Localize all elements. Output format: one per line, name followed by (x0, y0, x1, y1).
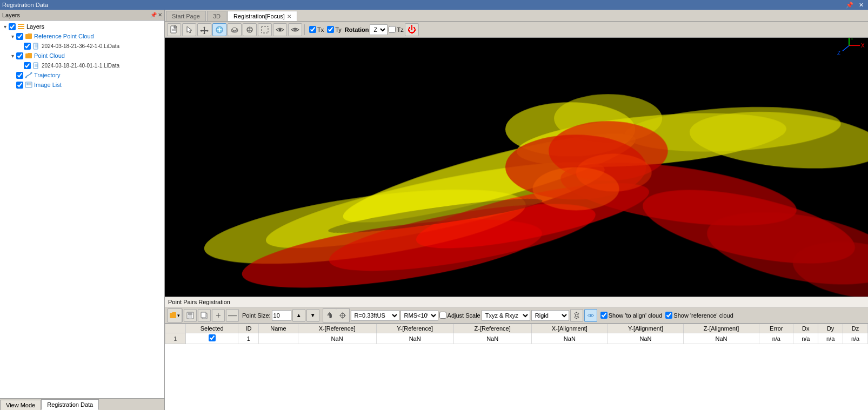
rms-select[interactable]: R=0.33ftUS (351, 310, 399, 321)
tab-start-page[interactable]: Start Page (166, 11, 206, 21)
expand-ref-cloud[interactable]: ▾ (9, 33, 16, 39)
col-dy[interactable]: Dy (818, 324, 843, 333)
point-size-label: Point Size: (242, 312, 271, 319)
col-z-align[interactable]: Z-[Alignment] (683, 324, 759, 333)
col-x-ref[interactable]: X-[Reference] (298, 324, 376, 333)
expand-layers[interactable]: ▾ (1, 24, 9, 30)
point-pairs-title: Point Pairs Registration (165, 297, 868, 307)
checkbox-point-cloud[interactable] (16, 52, 23, 59)
layers-tree: ▾ Layers ▾ (0, 21, 164, 398)
ref-cloud-label: Reference Point Cloud (34, 33, 94, 39)
hand-tool-button[interactable] (323, 309, 336, 322)
svg-point-12 (31, 72, 32, 74)
tree-item-point-cloud[interactable]: ▾ Point Cloud (0, 51, 164, 61)
col-id[interactable]: ID (238, 324, 259, 333)
col-dx[interactable]: Dx (793, 324, 818, 333)
col-name[interactable]: Name (259, 324, 298, 333)
eye-button[interactable] (273, 23, 287, 36)
cursor-button[interactable] (182, 23, 196, 36)
col-z-ref[interactable]: Z-[Reference] (453, 324, 531, 333)
col-selected[interactable]: Selected (185, 324, 238, 333)
tz-checkbox[interactable] (389, 26, 396, 33)
cell-dx-1: n/a (793, 333, 818, 344)
col-x-align[interactable]: X-[Alignment] (531, 324, 608, 333)
show-ref-cloud-checkbox[interactable] (665, 312, 672, 319)
ty-checkbox[interactable] (327, 26, 334, 33)
reg-copy-button[interactable] (198, 309, 211, 322)
svg-rect-3 (34, 43, 38, 49)
new-button[interactable] (167, 23, 181, 36)
col-error[interactable]: Error (759, 324, 793, 333)
add-point-button[interactable] (212, 23, 226, 36)
point-size-input[interactable] (272, 310, 291, 321)
adjust-scale-select[interactable]: Txyz & Rxyz (482, 310, 530, 321)
orbit-button[interactable] (243, 23, 257, 36)
settings-button[interactable] (570, 309, 583, 322)
move-button[interactable] (197, 23, 211, 36)
checkbox-layers[interactable] (9, 23, 16, 30)
pin-button[interactable]: 📌 (844, 1, 856, 9)
ref-lidata-label: 2024-03-18-21-36-42-1-0.LiData (42, 43, 119, 49)
reg-minus-button[interactable]: — (226, 309, 239, 322)
col-dz[interactable]: Dz (843, 324, 868, 333)
col-rownum (165, 324, 186, 333)
svg-rect-14 (26, 83, 29, 85)
cloud-button[interactable] (228, 23, 242, 36)
expand-point-cloud[interactable]: ▾ (9, 53, 16, 59)
reg-open-button[interactable]: ▾ (168, 309, 182, 322)
toolbar-separator-1 (304, 24, 305, 35)
checkbox-pc-lidata[interactable] (24, 62, 31, 69)
ps-down-button[interactable]: ▼ (306, 309, 319, 322)
cell-yref-1: NaN (376, 333, 453, 344)
svg-point-73 (590, 314, 592, 317)
tab-close-registration[interactable]: ✕ (287, 14, 291, 19)
close-panel-button[interactable]: ✕ (857, 1, 866, 9)
tree-item-pc-lidata[interactable]: 2024-03-18-21-40-01-1-1.LiData (0, 61, 164, 70)
rigid-select[interactable]: Rigid (531, 310, 569, 321)
power-button[interactable]: ⏻ (405, 23, 419, 36)
lidata-icon-2 (32, 61, 41, 70)
tab-registration[interactable]: Registration[Focus] ✕ (228, 11, 297, 21)
tab-3d[interactable]: 3D (207, 11, 226, 21)
tab-bar: Start Page 3D Registration[Focus] ✕ (165, 10, 868, 22)
cell-id-1: 1 (238, 333, 259, 344)
col-y-ref[interactable]: Y-[Reference] (376, 324, 453, 333)
reg-add-button[interactable]: + (212, 309, 225, 322)
svg-text:Y: Y (850, 38, 854, 41)
rms-threshold-select[interactable]: RMS<10% (400, 310, 438, 321)
tree-item-layers-root[interactable]: ▾ Layers (0, 22, 164, 31)
svg-rect-66 (189, 315, 192, 319)
table-row[interactable]: 1 1 NaN NaN NaN NaN NaN NaN n/a n/a n/a … (165, 333, 868, 344)
checkbox-trajectory[interactable] (16, 72, 23, 79)
panel-title: Registration Data (2, 2, 48, 8)
view-mode-tab[interactable]: View Mode (0, 400, 41, 410)
rotation-label: Rotation (345, 26, 369, 33)
cell-selected-1[interactable] (185, 333, 238, 344)
eye-x-button[interactable] (288, 23, 302, 36)
show-align-cloud-checkbox[interactable] (600, 312, 607, 319)
reg-save-button[interactable] (184, 309, 197, 322)
adjust-scale-checkbox[interactable] (439, 312, 446, 319)
layers-icon (17, 22, 25, 31)
layers-close-button[interactable]: ✕ (158, 12, 162, 18)
eye-reg-button[interactable] (584, 309, 597, 322)
tz-label: Tz (397, 26, 403, 33)
crosshair-button[interactable] (336, 309, 349, 322)
svg-point-72 (575, 314, 578, 317)
tree-item-ref-lidata[interactable]: 2024-03-18-21-36-42-1-0.LiData (0, 41, 164, 51)
tree-item-image-list[interactable]: Image List (0, 80, 164, 90)
layers-pin-button[interactable]: 📌 (150, 12, 157, 18)
tx-checkbox[interactable] (309, 26, 316, 33)
tree-item-trajectory[interactable]: Trajectory (0, 70, 164, 80)
select-button[interactable] (258, 23, 272, 36)
ps-up-button[interactable]: ▲ (292, 309, 305, 322)
registration-data-tab[interactable]: Registration Data (41, 399, 99, 410)
tree-item-ref-cloud[interactable]: ▾ Reference Point Cloud (0, 31, 164, 41)
rotation-select[interactable]: Z (370, 24, 388, 35)
checkbox-image-list[interactable] (16, 82, 23, 89)
col-y-align[interactable]: Y-[Alignment] (608, 324, 684, 333)
checkbox-ref-cloud[interactable] (16, 33, 23, 40)
3d-viewport[interactable]: X Y Z (165, 38, 868, 297)
checkbox-ref-lidata[interactable] (24, 43, 31, 50)
adjust-scale-label: Adjust Scale (439, 312, 480, 319)
